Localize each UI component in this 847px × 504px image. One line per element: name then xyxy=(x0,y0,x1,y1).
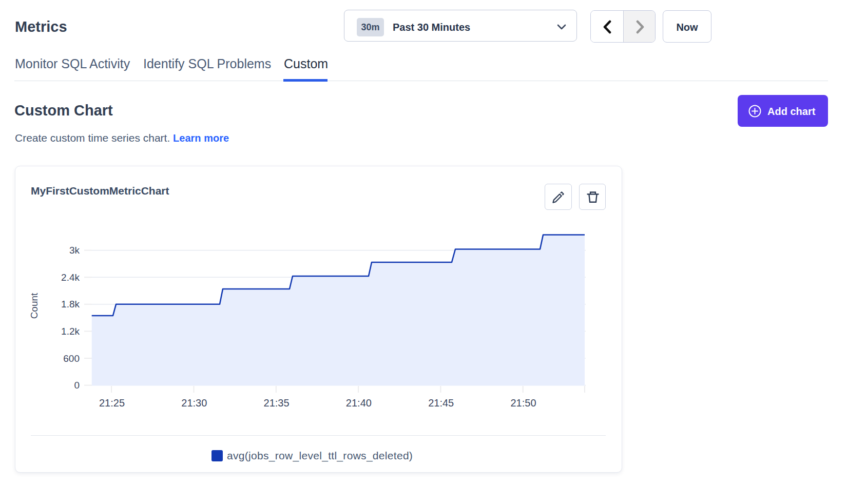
svg-text:avg(jobs_row_level_ttl_rows_de: avg(jobs_row_level_ttl_rows_deleted) xyxy=(227,450,413,462)
svg-text:21:25: 21:25 xyxy=(99,397,125,409)
svg-text:600: 600 xyxy=(63,353,80,364)
svg-text:21:30: 21:30 xyxy=(181,397,207,409)
svg-text:Count: Count xyxy=(29,293,40,319)
svg-text:2.4k: 2.4k xyxy=(61,272,80,283)
svg-text:0: 0 xyxy=(74,380,80,391)
svg-text:1.2k: 1.2k xyxy=(61,326,80,337)
svg-text:21:40: 21:40 xyxy=(346,397,372,409)
svg-text:3k: 3k xyxy=(69,245,80,256)
svg-text:21:50: 21:50 xyxy=(510,397,536,409)
svg-text:21:35: 21:35 xyxy=(264,397,290,409)
svg-text:1.8k: 1.8k xyxy=(61,299,80,309)
svg-text:21:45: 21:45 xyxy=(428,397,454,409)
